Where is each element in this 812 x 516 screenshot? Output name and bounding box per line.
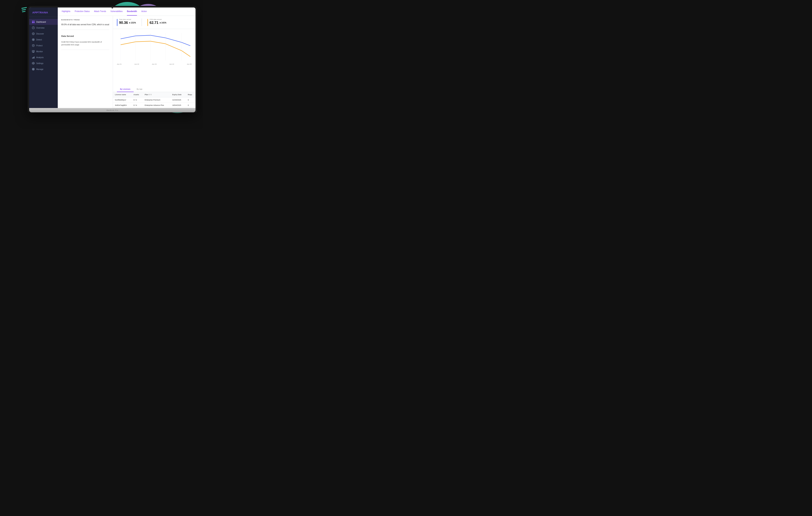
nav-item-vulnerabilities[interactable]: Vulnerabilities	[110, 7, 123, 16]
sidebar-item-settings-label: Settings	[36, 62, 44, 64]
laptop-bezel: APPTRANA	[28, 6, 197, 112]
bandwidth-trend-desc: 69.0% of all data was served from CDN, w…	[61, 23, 109, 26]
cell-assets-1: 0 / 2	[132, 97, 143, 103]
svg-point-8	[33, 33, 34, 34]
divider-2	[61, 50, 109, 50]
sidebar-item-analysis-label: Analysis	[36, 56, 44, 59]
stat-total-data: Total data served 90.36 131%	[117, 19, 142, 26]
table-tabs: By Licenses By App	[113, 87, 196, 92]
sidebar-item-analysis[interactable]: Analysis	[29, 54, 58, 60]
main-content: Highlights Protection Status Attack Tren…	[58, 7, 196, 108]
content-area: BANDWIDTH TREND 69.0% of all data was se…	[58, 16, 196, 108]
sidebar-item-manage[interactable]: Manage	[29, 66, 58, 72]
svg-rect-3	[33, 22, 34, 23]
bandwidth-trend-title: BANDWIDTH TREND	[61, 19, 109, 21]
cell-expiry-2: 18/04/2025	[170, 103, 186, 108]
nav-item-attack-trends[interactable]: Attack Trends	[94, 7, 106, 16]
svg-point-6	[33, 28, 34, 28]
x-label-2: Jun 23	[152, 63, 156, 65]
top-nav: Highlights Protection Status Attack Tren…	[58, 7, 196, 16]
sidebar-nav: Dashboard Overview	[29, 17, 58, 108]
data-table: License name Assets Plan ▽ ▽ Expiry Date	[113, 92, 196, 108]
stat-label-total: Total data served	[119, 19, 136, 20]
svg-rect-2	[32, 22, 33, 23]
x-label-0: Jun 21	[117, 63, 122, 65]
sidebar: APPTRANA	[29, 7, 58, 108]
stat-value-cdn: 62.71	[150, 21, 158, 25]
sidebar-item-dashboard[interactable]: Dashboard	[29, 19, 58, 25]
tab-by-licenses[interactable]: By Licenses	[117, 87, 134, 92]
cell-expiry-1: 31/03/2025	[170, 97, 186, 103]
nav-item-bandwidth[interactable]: Bandwidth	[127, 7, 137, 16]
svg-rect-0	[32, 21, 33, 22]
tab-by-app[interactable]: By App	[134, 87, 146, 92]
stat-value-row-total: 90.36 131%	[119, 21, 136, 25]
svg-point-21	[33, 63, 34, 64]
sidebar-item-protect[interactable]: Protect	[29, 42, 58, 49]
table-head: License name Assets Plan ▽ ▽ Expiry Date	[113, 92, 196, 97]
laptop-notch	[112, 7, 113, 8]
decorative-lines	[21, 7, 27, 12]
laptop-screen: APPTRANA	[29, 7, 196, 108]
table-row: 3cBS47apj6E4 0 / 4 Enterprise Advance Pl…	[113, 103, 196, 108]
svg-rect-1	[33, 21, 34, 22]
stat-label-cdn: CDN data served	[150, 19, 167, 20]
sidebar-item-detect-label: Detect	[36, 39, 42, 41]
stat-change-cdn: 141%	[160, 22, 167, 24]
laptop-base: MacBook Pro	[29, 108, 196, 112]
x-axis-labels: Jun 21 Jun 22 Jun 23 Jun 24 Jun 25	[117, 63, 192, 65]
plan-filter-icon[interactable]: ▽ ▽	[149, 94, 151, 95]
sidebar-item-dashboard-label: Dashboard	[36, 21, 46, 23]
svg-rect-20	[34, 57, 34, 59]
sidebar-item-detect[interactable]: Detect	[29, 37, 58, 42]
svg-rect-18	[32, 58, 33, 59]
protect-icon	[32, 44, 35, 47]
sidebar-item-protect-label: Protect	[36, 45, 42, 47]
logo: APPTRANA	[32, 11, 55, 14]
table-section: By Licenses By App License name Assets	[113, 87, 196, 108]
manage-icon	[32, 68, 35, 70]
nav-item-action[interactable]: Action	[141, 7, 147, 16]
data-served-title: Data Served	[61, 35, 109, 37]
nav-item-highlights[interactable]: Highlights	[62, 7, 70, 16]
sidebar-item-settings[interactable]: Settings	[29, 60, 58, 66]
table-body: 51i3f3eiMQuV 0 / 2 Enterprise Premium 31…	[113, 97, 196, 108]
laptop-label: MacBook Pro	[107, 109, 118, 111]
sidebar-item-overview-label: Overview	[36, 27, 45, 29]
cell-license-1: 51i3f3eiMQuV	[113, 97, 132, 103]
right-panel: Total data served 90.36 131%	[113, 16, 196, 108]
stat-value-row-cdn: 62.71 141%	[150, 21, 167, 25]
table-row: 51i3f3eiMQuV 0 / 2 Enterprise Premium 31…	[113, 97, 196, 103]
detect-icon	[32, 38, 35, 41]
cell-plan-2: Enterprise Advance Plus	[143, 103, 170, 108]
stat-bar-total	[117, 19, 117, 26]
stat-value-total: 90.36	[119, 21, 128, 25]
table-header-row: License name Assets Plan ▽ ▽ Expiry Date	[113, 92, 196, 97]
logo-area: APPTRANA	[29, 7, 58, 17]
chart-area: Jun 21 Jun 22 Jun 23 Jun 24 Jun 25	[113, 29, 196, 87]
nav-item-protection-status[interactable]: Protection Status	[75, 7, 90, 16]
monitor-icon	[32, 50, 35, 53]
sidebar-item-manage-label: Manage	[36, 68, 44, 70]
cell-requ-1: 0	[186, 97, 196, 103]
svg-rect-19	[33, 57, 34, 58]
sidebar-item-monitor-label: Monitor	[36, 51, 43, 53]
alert-text: 5XdE78OY3Wy2 have exceeded 80% bandwidth…	[61, 41, 109, 46]
arrow-up-total	[129, 22, 130, 23]
settings-icon	[32, 62, 35, 65]
sidebar-item-discover[interactable]: Discover	[29, 31, 58, 37]
stats-row: Total data served 90.36 131%	[113, 16, 196, 29]
cell-license-2: 3cBS47apj6E4	[113, 103, 132, 108]
overview-icon	[32, 26, 35, 29]
cell-assets-2: 0 / 4	[132, 103, 143, 108]
analysis-icon	[32, 56, 35, 59]
col-assets: Assets	[132, 92, 143, 97]
col-requ: Requ	[186, 92, 196, 97]
dashboard-icon	[32, 21, 35, 23]
svg-point-15	[33, 39, 33, 40]
col-license-name: License name	[113, 92, 132, 97]
sidebar-item-overview[interactable]: Overview	[29, 25, 58, 31]
sidebar-item-monitor[interactable]: Monitor	[29, 49, 58, 54]
x-label-4: Jun 25	[187, 63, 192, 65]
discover-icon	[32, 32, 35, 35]
